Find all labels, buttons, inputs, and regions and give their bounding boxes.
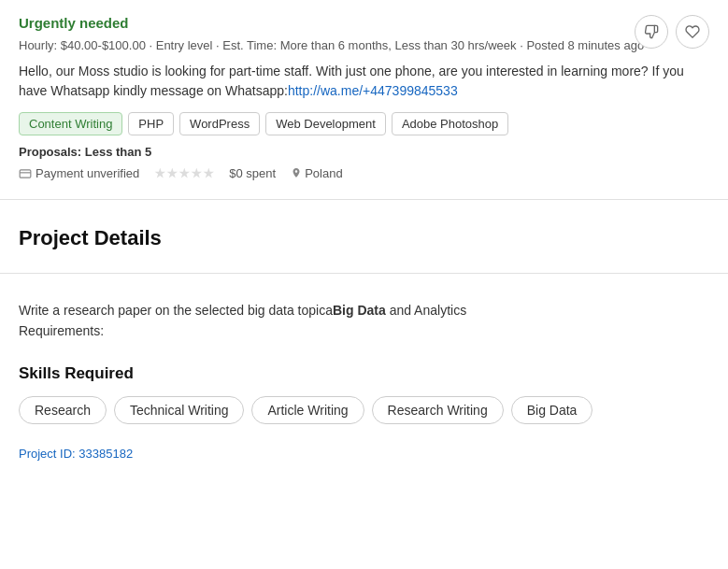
dislike-icon (644, 24, 659, 39)
top-section: Urgently needed Hourly: $40.00-$100.00 ·… (0, 0, 728, 200)
star-3 (178, 168, 190, 179)
proposals-label: Proposals: (19, 145, 85, 159)
tag-php[interactable]: PHP (128, 112, 174, 135)
job-meta: Hourly: $40.00-$100.00 · Entry level · E… (19, 38, 709, 52)
skills-row: Research Technical Writing Article Writi… (19, 396, 709, 424)
payment-status-label: Payment unverified (36, 166, 139, 180)
tag-web-development[interactable]: Web Development (265, 112, 386, 135)
country-label: Poland (305, 166, 342, 180)
project-id: Project ID: 33385182 (19, 447, 709, 461)
skill-research[interactable]: Research (19, 396, 107, 424)
big-data-bold: Big Data (333, 303, 386, 318)
urgent-label: Urgently needed (19, 15, 709, 31)
requirements-label: Requirements: (19, 323, 104, 338)
project-id-label: Project ID: (19, 447, 79, 461)
tags-row: Content Writing PHP WordPress Web Develo… (19, 112, 709, 135)
star-1 (154, 168, 165, 179)
svg-rect-0 (20, 169, 31, 177)
payment-icon-svg (19, 167, 32, 180)
tag-wordpress[interactable]: WordPress (179, 112, 260, 135)
action-icons (635, 15, 709, 49)
skill-article-writing[interactable]: Article Writing (251, 396, 364, 424)
project-id-value: 33385182 (79, 447, 133, 461)
star-4 (191, 168, 202, 179)
star-5 (203, 168, 214, 179)
whatsapp-link[interactable]: http://wa.me/+447399845533 (288, 83, 458, 98)
payment-row: Payment unverified $0 spent Poland (19, 166, 709, 180)
skill-big-data[interactable]: Big Data (511, 396, 593, 424)
project-description: Write a research paper on the selected b… (19, 300, 709, 342)
heart-icon (685, 24, 700, 39)
save-job-button[interactable] (676, 15, 709, 49)
bottom-section: Write a research paper on the selected b… (0, 274, 728, 479)
proposals-value: Less than 5 (85, 145, 152, 159)
star-rating (154, 168, 214, 179)
location-icon-svg (291, 167, 302, 180)
job-description: Hello, our Moss studio is looking for pa… (19, 62, 709, 101)
skill-research-writing[interactable]: Research Writing (372, 396, 504, 424)
middle-section: Project Details (0, 200, 728, 274)
payment-status: Payment unverified (19, 166, 139, 180)
tag-content-writing[interactable]: Content Writing (19, 112, 122, 135)
project-details-title: Project Details (19, 226, 709, 250)
skill-technical-writing[interactable]: Technical Writing (114, 396, 245, 424)
dislike-button[interactable] (635, 15, 668, 49)
location: Poland (291, 166, 342, 180)
star-2 (166, 168, 178, 179)
tag-adobe-photoshop[interactable]: Adobe Photoshop (392, 112, 508, 135)
proposals-row: Proposals: Less than 5 (19, 145, 709, 159)
amount-spent: $0 spent (229, 166, 276, 180)
skills-title: Skills Required (19, 364, 709, 383)
